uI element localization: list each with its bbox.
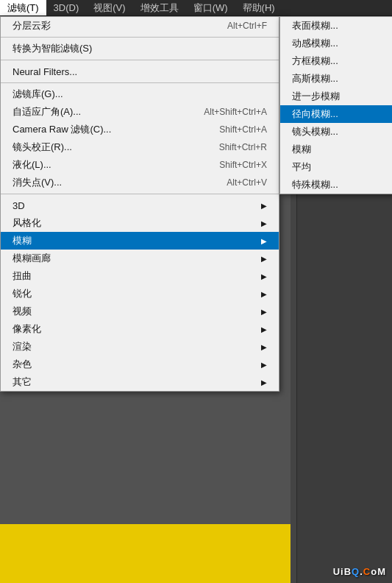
menu-item-camera-raw-shortcut: Shift+Ctrl+A: [219, 124, 267, 135]
menu-item-filter-gallery[interactable]: 滤镜库(G)...: [1, 85, 279, 103]
menu-item-distort-label: 扭曲: [13, 269, 32, 283]
submenu-item-gaussian-blur-label: 高斯模糊...: [292, 72, 338, 85]
menu-item-stylize[interactable]: 风格化 ▶: [1, 214, 279, 232]
menu-item-3d[interactable]: 3D ▶: [1, 197, 279, 214]
canvas-yellow-area: [0, 524, 291, 583]
watermark-prefix: UiB: [333, 566, 352, 577]
menu-item-blur-gallery-label: 模糊画廊: [13, 252, 51, 265]
submenu-item-motion-blur[interactable]: 动感模糊...: [280, 35, 392, 52]
menu-item-lens-correction-shortcut: Shift+Ctrl+R: [219, 142, 267, 152]
menu-item-adaptive-wide-shortcut: Alt+Shift+Ctrl+A: [204, 107, 267, 117]
menu-item-neural-filters-label: Neural Filters...: [13, 66, 77, 77]
menu-item-lens-correction-label: 镜头校正(R)...: [13, 141, 72, 154]
filter-dropdown-menu: 分层云彩 Alt+Ctrl+F 转换为智能滤镜(S) Neural Filter…: [0, 16, 279, 392]
menu-item-adaptive-wide-label: 自适应广角(A)...: [13, 105, 81, 119]
menu-bar-item-view[interactable]: 视图(V): [86, 0, 132, 15]
menu-bar: 滤镜(T) 3D(D) 视图(V) 增效工具 窗口(W) 帮助(H): [0, 0, 392, 16]
submenu-item-box-blur-label: 方框模糊...: [292, 54, 338, 68]
arrow-icon-noise: ▶: [261, 361, 267, 369]
arrow-icon-stylize: ▶: [261, 219, 267, 227]
watermark-suffix: oM: [371, 566, 386, 577]
divider-1: [1, 37, 279, 38]
menu-item-liquify-shortcut: Shift+Ctrl+X: [219, 160, 267, 170]
menu-item-3d-label: 3D: [13, 200, 25, 211]
submenu-item-blur[interactable]: 模糊: [280, 141, 392, 158]
menu-item-neural-filters[interactable]: Neural Filters...: [1, 63, 279, 80]
arrow-icon-other: ▶: [261, 378, 267, 386]
submenu-item-lens-blur-label: 镜头模糊...: [292, 125, 338, 138]
submenu-item-smart-blur[interactable]: 特殊模糊...: [280, 176, 392, 194]
menu-item-render[interactable]: 渲染 ▶: [1, 338, 279, 356]
submenu-item-smart-blur-label: 特殊模糊...: [292, 178, 338, 191]
menu-item-sharpen-label: 锐化: [13, 287, 32, 300]
submenu-item-lens-blur[interactable]: 镜头模糊...: [280, 123, 392, 141]
submenu-item-blur-label: 模糊: [292, 143, 311, 156]
menu-item-noise[interactable]: 杂色 ▶: [1, 356, 279, 373]
divider-2: [1, 60, 279, 60]
divider-3: [1, 82, 279, 83]
menu-item-liquify-label: 液化(L)...: [13, 158, 51, 172]
menu-item-distort[interactable]: 扭曲 ▶: [1, 267, 279, 285]
submenu-item-average-label: 平均: [292, 160, 311, 174]
submenu-item-gaussian-blur[interactable]: 高斯模糊...: [280, 70, 392, 88]
menu-item-blur-gallery[interactable]: 模糊画廊 ▶: [1, 250, 279, 267]
submenu-item-surface-blur-label: 表面模糊...: [292, 19, 338, 32]
arrow-icon-blur-gallery: ▶: [261, 255, 267, 263]
menu-item-noise-label: 杂色: [13, 358, 32, 371]
submenu-item-further-blur-label: 进一步模糊: [292, 90, 340, 103]
arrow-icon-render: ▶: [261, 343, 267, 351]
menu-item-stylize-label: 风格化: [13, 216, 41, 230]
submenu-item-radial-blur[interactable]: 径向模糊...: [280, 105, 392, 123]
menu-item-video[interactable]: 视频 ▶: [1, 303, 279, 320]
submenu-item-average[interactable]: 平均: [280, 158, 392, 176]
menu-item-liquify[interactable]: 液化(L)... Shift+Ctrl+X: [1, 156, 279, 174]
arrow-icon-sharpen: ▶: [261, 290, 267, 298]
arrow-icon-pixelate: ▶: [261, 325, 267, 333]
menu-item-vanishing-point-shortcut: Alt+Ctrl+V: [227, 177, 267, 188]
menu-item-smart-filter[interactable]: 转换为智能滤镜(S): [1, 40, 279, 57]
menu-item-render-label: 渲染: [13, 340, 32, 353]
menu-item-lens-correction[interactable]: 镜头校正(R)... Shift+Ctrl+R: [1, 138, 279, 156]
menu-item-other-label: 其它: [13, 375, 32, 389]
blur-submenu: 表面模糊... 动感模糊... 方框模糊... 高斯模糊... 进一步模糊 径向…: [279, 16, 392, 194]
menu-bar-item-3d[interactable]: 3D(D): [46, 0, 87, 15]
menu-item-clouds[interactable]: 分层云彩 Alt+Ctrl+F: [1, 17, 279, 35]
watermark: UiBQ.CoM: [333, 566, 386, 577]
menu-item-clouds-shortcut: Alt+Ctrl+F: [227, 21, 267, 31]
submenu-item-box-blur[interactable]: 方框模糊...: [280, 52, 392, 70]
submenu-item-radial-blur-label: 径向模糊...: [292, 107, 338, 121]
menu-bar-item-window[interactable]: 窗口(W): [186, 0, 235, 15]
divider-4: [1, 194, 279, 194]
menu-item-other[interactable]: 其它 ▶: [1, 373, 279, 391]
menu-item-filter-gallery-label: 滤镜库(G)...: [13, 88, 63, 101]
menu-bar-item-plugins[interactable]: 增效工具: [133, 0, 186, 15]
menu-item-pixelate[interactable]: 像素化 ▶: [1, 320, 279, 338]
watermark-orange: C: [363, 566, 371, 577]
menu-item-adaptive-wide[interactable]: 自适应广角(A)... Alt+Shift+Ctrl+A: [1, 103, 279, 121]
submenu-item-surface-blur[interactable]: 表面模糊...: [280, 17, 392, 35]
menu-bar-item-help[interactable]: 帮助(H): [235, 0, 282, 15]
submenu-item-further-blur[interactable]: 进一步模糊: [280, 88, 392, 105]
menu-item-clouds-label: 分层云彩: [13, 19, 51, 32]
menu-bar-item-filter[interactable]: 滤镜(T): [0, 0, 46, 15]
menu-item-smart-filter-label: 转换为智能滤镜(S): [13, 42, 92, 55]
menu-item-vanishing-point-label: 消失点(V)...: [13, 176, 62, 189]
submenu-item-motion-blur-label: 动感模糊...: [292, 37, 338, 50]
menu-item-camera-raw[interactable]: Camera Raw 滤镜(C)... Shift+Ctrl+A: [1, 121, 279, 138]
menu-item-blur-label: 模糊: [13, 234, 32, 247]
menu-item-pixelate-label: 像素化: [13, 322, 41, 336]
arrow-icon-3d: ▶: [261, 202, 267, 210]
menu-item-vanishing-point[interactable]: 消失点(V)... Alt+Ctrl+V: [1, 174, 279, 191]
watermark-blue: Q: [352, 566, 360, 577]
arrow-icon-blur: ▶: [261, 237, 267, 245]
menu-item-blur[interactable]: 模糊 ▶: [1, 232, 279, 250]
menu-item-camera-raw-label: Camera Raw 滤镜(C)...: [13, 123, 111, 136]
arrow-icon-video: ▶: [261, 308, 267, 316]
menu-item-sharpen[interactable]: 锐化 ▶: [1, 285, 279, 303]
menu-item-video-label: 视频: [13, 305, 32, 318]
arrow-icon-distort: ▶: [261, 272, 267, 280]
